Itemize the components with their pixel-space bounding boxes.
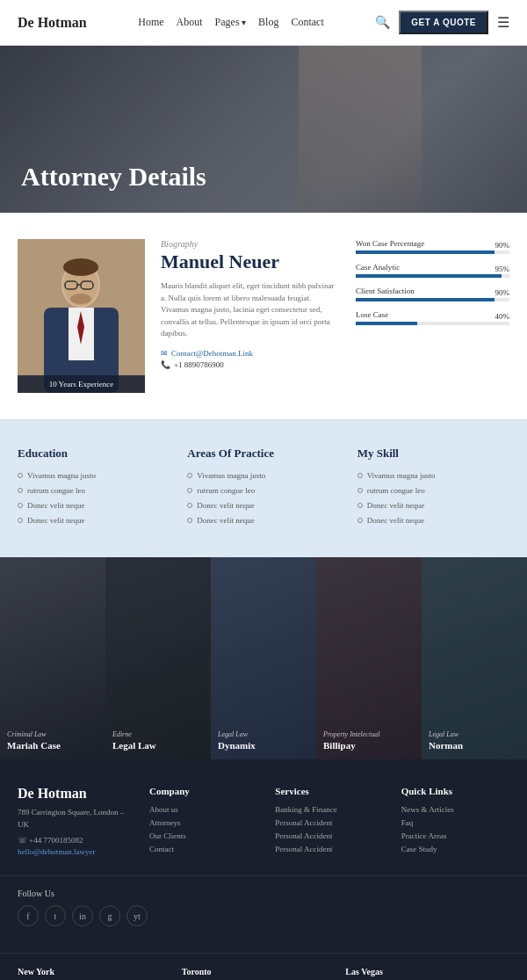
case-card[interactable]: Edirne Legal Law (105, 557, 211, 759)
case-card[interactable]: Property Intelectual Billipay (316, 557, 422, 759)
case-card[interactable]: Legal Law Norman (422, 557, 527, 759)
skill-item: Vivamus magna justo (187, 471, 339, 480)
skill-text: Donec velit neque (27, 501, 84, 510)
stat-label: Client Satisfaction (356, 287, 415, 295)
footer-address: 789 Carrington Square, London – UK (18, 807, 132, 831)
skill-item: Vivamus magna justo (357, 471, 509, 480)
office-city: Las Vegas (345, 967, 501, 976)
office-info: New York ☏ +44 7700185002 info@dehotman.… (18, 967, 182, 980)
case-category: Criminal Law (7, 730, 98, 738)
skill-item: Donec velit neque (18, 516, 170, 525)
nav-home[interactable]: Home (138, 16, 163, 29)
footer-main: De Hotman 789 Carrington Square, London … (0, 759, 527, 875)
skill-text: rutrum congue leo (367, 486, 425, 495)
stat-bar (356, 250, 495, 254)
stat-item: Won Case Percentage 90% (356, 239, 509, 254)
hero-section: Attorney Details (0, 46, 527, 213)
cases-section: Criminal Law Mariah Case Edirne Legal La… (0, 557, 527, 759)
skill-dot (18, 503, 23, 508)
skill-dot (187, 503, 192, 508)
case-card[interactable]: Criminal Law Mariah Case (0, 557, 105, 759)
footer-services-col: Services Banking & FinancePersonal Accid… (275, 786, 383, 858)
nav-logo[interactable]: De Hotman (18, 15, 87, 31)
office-info: Toronto ☏ +44 7700185002 info@dehotman.l… (182, 967, 346, 980)
office-city: Toronto (182, 967, 337, 976)
practice-col: Areas Of Practice Vivamus magna justorut… (187, 446, 339, 531)
skill-item: Donec velit neque (18, 501, 170, 510)
skills-section: Education Vivamus magna justorutrum cong… (0, 420, 527, 557)
bio-phone: 📞+1 8890786900 (161, 360, 340, 369)
skill-item: Donec velit neque (357, 501, 509, 510)
bio-content: Biography Manuel Neuer Mauris blandit al… (161, 239, 340, 369)
skill-dot (357, 488, 363, 493)
attorney-photo: 10 Years Experience (18, 239, 145, 393)
skill-item: Donec velit neque (187, 516, 339, 525)
stat-value: 40% (495, 312, 510, 321)
envelope-icon: ✉ (161, 349, 168, 358)
search-icon[interactable]: 🔍 (375, 15, 390, 30)
footer-link[interactable]: Personal Accident (275, 818, 383, 827)
stat-bar (356, 274, 502, 278)
footer-link[interactable]: Contact (149, 845, 257, 853)
footer-link[interactable]: Attorneys (149, 818, 257, 827)
footer-link[interactable]: Our Clients (149, 831, 257, 840)
stat-item: Client Satisfaction 90% (356, 287, 509, 301)
office-info: Las Vegas ☏ +44 7700185002 info@dehotman… (345, 967, 509, 980)
case-content: Edirne Legal Law (105, 722, 211, 759)
footer-email[interactable]: hello@dehotman.lawyer (18, 847, 132, 856)
stat-bar-bg (356, 274, 509, 278)
footer-social: Follow Us ftingyt (0, 875, 527, 953)
menu-icon[interactable]: ☰ (497, 14, 509, 31)
svg-point-10 (70, 294, 91, 304)
skill-text: rutrum congue leo (197, 486, 255, 495)
case-category: Legal Law (218, 730, 309, 738)
bio-label: Biography (161, 239, 340, 249)
skill-text: rutrum congue leo (27, 486, 85, 495)
skill-dot (18, 518, 23, 523)
footer-link[interactable]: Banking & Finance (275, 805, 383, 814)
skill-item: rutrum congue leo (18, 486, 170, 495)
case-name: Billipay (323, 740, 415, 751)
footer-link[interactable]: Personal Accident (275, 831, 383, 840)
footer-link[interactable]: Faq (401, 818, 509, 827)
youtube-icon[interactable]: yt (126, 905, 148, 926)
hero-title: Attorney Details (21, 162, 206, 192)
case-card[interactable]: Legal Law Dynamix (211, 557, 316, 759)
case-name: Mariah Case (7, 740, 98, 751)
skill-text: Vivamus magna justo (197, 471, 265, 480)
stat-bar (356, 298, 495, 301)
footer-link[interactable]: News & Articles (401, 805, 509, 814)
footer-company-items: About usAttorneysOur ClientsContact (149, 805, 257, 853)
nav-about[interactable]: About (177, 16, 203, 29)
nav-pages[interactable]: Pages (215, 16, 247, 29)
footer-link[interactable]: Case Study (401, 845, 509, 853)
footer-link[interactable]: Personal Accident (275, 845, 383, 853)
skill-text: Donec velit neque (197, 516, 254, 525)
case-category: Property Intelectual (323, 730, 415, 738)
myskill-title: My Skill (357, 446, 509, 461)
footer-logo: De Hotman (18, 786, 132, 802)
skill-item: Vivamus magna justo (18, 471, 170, 480)
nav-blog[interactable]: Blog (258, 16, 278, 29)
skill-text: Donec velit neque (27, 516, 84, 525)
stat-bar-bg (356, 298, 509, 301)
linkedin-icon[interactable]: in (72, 905, 93, 926)
googleplus-icon[interactable]: g (99, 905, 120, 926)
education-title: Education (18, 446, 170, 461)
case-content: Property Intelectual Billipay (316, 722, 422, 759)
skill-dot (357, 518, 363, 523)
footer-link[interactable]: About us (149, 805, 257, 814)
photo-inner (18, 239, 145, 393)
stat-value: 95% (495, 265, 510, 273)
hero-image (299, 46, 422, 213)
stat-label: Lose Case (356, 310, 388, 319)
footer-link[interactable]: Practice Areas (401, 831, 509, 840)
nav-contact[interactable]: Contact (291, 16, 323, 29)
stat-bar-bg (356, 250, 509, 254)
facebook-icon[interactable]: f (18, 905, 39, 926)
skill-item: Donec velit neque (187, 501, 339, 510)
get-quote-button[interactable]: GET A QUOTE (399, 11, 488, 34)
twitter-icon[interactable]: t (45, 905, 66, 926)
skill-text: Donec velit neque (197, 501, 254, 510)
myskill-col: My Skill Vivamus magna justorutrum congu… (357, 446, 509, 531)
